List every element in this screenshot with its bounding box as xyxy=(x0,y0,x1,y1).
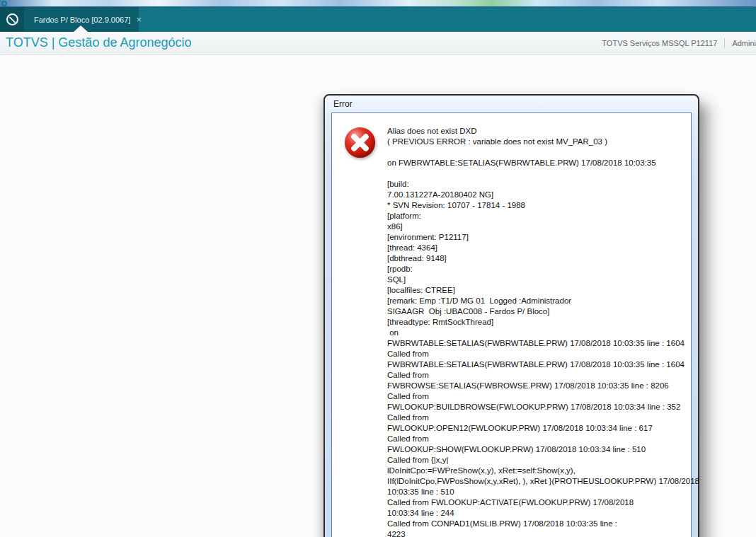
error-text-line: FWLOOKUP:BUILDBROWSE(FWLOOKUP.PRW) 17/08… xyxy=(387,402,681,412)
error-text-line: 10:03:35 line : 510 xyxy=(387,487,681,497)
error-text-line: [rpodb: xyxy=(387,264,681,275)
error-text-line: [environment: P12117] xyxy=(387,232,681,243)
tab-label: Fardos P/ Bloco [02.9.0067] xyxy=(34,16,130,24)
error-text-line: Called from xyxy=(387,412,681,423)
error-text-line: [dbthread: 9148] xyxy=(387,253,681,264)
slashed-circle-icon xyxy=(6,13,18,25)
error-text-line: lDoInitCpo:=FWPreShow(x,y), xRet:=self:S… xyxy=(387,466,681,476)
header-divider xyxy=(724,38,725,48)
server-environment-label: TOTVS Serviços MSSQL P12117 xyxy=(602,39,717,47)
error-message-text: Alias does not exist DXD( PREVIOUS ERROR… xyxy=(387,126,681,537)
error-text-line: FWLOOKUP:OPEN12(FWLOOKUP.PRW) 17/08/2018… xyxy=(387,423,681,434)
error-text-line: 10:03:34 line : 244 xyxy=(387,508,681,519)
error-dialog-titlebar[interactable]: Error xyxy=(325,96,698,112)
error-text-line: Called from xyxy=(387,434,681,444)
error-text-line xyxy=(387,168,681,179)
error-text-line: * SVN Revision: 10707 - 17814 - 1988 xyxy=(387,200,681,211)
error-text-line: SIGAAGR Obj :UBAC008 - Fardos P/ Bloco] xyxy=(387,306,681,317)
error-text-line: FWLOOKUP:SHOW(FWLOOKUP.PRW) 17/08/2018 1… xyxy=(387,444,681,455)
error-text-line: on xyxy=(387,328,681,338)
error-text-line: [threadtype: RmtSockThread] xyxy=(387,317,681,328)
error-text-line: FWBRWTABLE:SETALIAS(FWBRWTABLE.PRW) 17/0… xyxy=(387,359,681,370)
error-text-line: Called from xyxy=(387,349,681,359)
error-dialog-title: Error xyxy=(333,99,353,109)
logged-user-label[interactable]: Admini xyxy=(732,39,756,47)
app-header: TOTVS | Gestão de Agronegócio TOTVS Serv… xyxy=(0,32,756,54)
tab-bar: Fardos P/ Bloco [02.9.0067] × xyxy=(0,7,756,32)
error-text-line: x86] xyxy=(387,221,681,232)
error-text-line: SQL] xyxy=(387,275,681,285)
error-text-line: [build: xyxy=(387,179,681,190)
error-text-line: 7.00.131227A-20180402 NG] xyxy=(387,190,681,200)
error-text-line: Called from xyxy=(387,391,681,402)
error-icon xyxy=(343,126,377,159)
error-text-line: [platform: xyxy=(387,211,681,221)
error-text-line: [remark: Emp :T1/D MG 01 Logged :Adminis… xyxy=(387,296,681,306)
error-text-line: [thread: 4364] xyxy=(387,243,681,253)
error-text-line: on FWBRWTABLE:SETALIAS(FWBRWTABLE.PRW) 1… xyxy=(387,158,681,168)
error-text-line: Called from CONPAD1(MSLIB.PRW) 17/08/201… xyxy=(387,519,681,529)
error-text-line: FWBRWTABLE:SETALIAS(FWBRWTABLE.PRW) 17/0… xyxy=(387,338,681,349)
app-brand-title: TOTVS | Gestão de Agronegócio xyxy=(6,35,192,50)
error-text-line xyxy=(387,147,681,158)
error-text-line: Called from xyxy=(387,370,681,381)
menu-icon-slash xyxy=(8,16,15,23)
error-dialog: Error Alias does not exist DXD( PREVIOUS… xyxy=(323,94,699,537)
totvs-menu-button[interactable] xyxy=(0,7,24,32)
error-dialog-body: Alias does not exist DXD( PREVIOUS ERROR… xyxy=(331,112,692,537)
error-text-line: FWBROWSE:SETALIAS(FWBROWSE.PRW) 17/08/20… xyxy=(387,381,681,391)
tab-close-icon[interactable]: × xyxy=(136,15,142,24)
browser-favicon-fragment xyxy=(1,1,7,6)
header-right-group: TOTVS Serviços MSSQL P12117 Admini xyxy=(602,38,756,48)
error-text-line: [localfiles: CTREE] xyxy=(387,285,681,296)
error-text-line: Called from {|x,y| xyxy=(387,455,681,466)
error-text-line: Alias does not exist DXD xyxy=(387,126,681,137)
error-text-line: Called from FWLOOKUP:ACTIVATE(FWLOOKUP.P… xyxy=(387,497,681,508)
error-text-line: IIf(lDoInitCpo,FWPosShow(x,y,xRet), ), x… xyxy=(387,476,681,487)
active-tab-notch xyxy=(74,25,88,32)
error-text-line: ( PREVIOUS ERROR : variable does not exi… xyxy=(387,137,681,147)
error-text-line: 4223 xyxy=(387,529,681,537)
browser-titlebar-strip xyxy=(0,0,756,7)
